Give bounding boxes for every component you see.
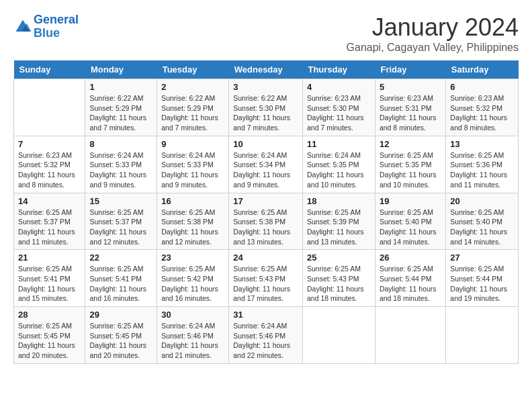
day-info: Sunrise: 6:24 AMSunset: 5:46 PMDaylight:… bbox=[161, 321, 224, 361]
day-info: Sunrise: 6:25 AMSunset: 5:35 PMDaylight:… bbox=[380, 150, 441, 190]
day-number: 5 bbox=[380, 82, 441, 92]
day-number: 24 bbox=[233, 253, 298, 263]
calendar-cell: 28Sunrise: 6:25 AMSunset: 5:45 PMDayligh… bbox=[14, 307, 85, 364]
day-info: Sunrise: 6:24 AMSunset: 5:34 PMDaylight:… bbox=[233, 150, 298, 190]
day-info: Sunrise: 6:25 AMSunset: 5:40 PMDaylight:… bbox=[380, 208, 441, 247]
title-block: January 2024 Ganapi, Cagayan Valley, Phi… bbox=[347, 13, 519, 54]
calendar-cell: 20Sunrise: 6:25 AMSunset: 5:40 PMDayligh… bbox=[446, 193, 519, 250]
week-row-5: 28Sunrise: 6:25 AMSunset: 5:45 PMDayligh… bbox=[14, 307, 519, 364]
calendar-cell: 15Sunrise: 6:25 AMSunset: 5:37 PMDayligh… bbox=[85, 193, 157, 250]
calendar-cell: 13Sunrise: 6:25 AMSunset: 5:36 PMDayligh… bbox=[446, 136, 519, 193]
calendar-cell: 2Sunrise: 6:22 AMSunset: 5:29 PMDaylight… bbox=[157, 79, 229, 136]
day-number: 17 bbox=[233, 196, 298, 206]
day-number: 13 bbox=[450, 139, 514, 149]
logo-text: General Blue bbox=[34, 13, 79, 40]
calendar-cell bbox=[446, 307, 519, 364]
day-info: Sunrise: 6:22 AMSunset: 5:29 PMDaylight:… bbox=[89, 93, 152, 133]
week-row-2: 7Sunrise: 6:23 AMSunset: 5:32 PMDaylight… bbox=[14, 136, 519, 193]
logo: General Blue bbox=[13, 13, 79, 40]
day-number: 3 bbox=[233, 82, 298, 92]
day-number: 21 bbox=[18, 253, 81, 263]
day-number: 18 bbox=[307, 196, 371, 206]
calendar-cell: 26Sunrise: 6:25 AMSunset: 5:44 PMDayligh… bbox=[375, 250, 445, 307]
day-info: Sunrise: 6:25 AMSunset: 5:44 PMDaylight:… bbox=[450, 264, 514, 304]
day-number: 29 bbox=[89, 310, 152, 320]
day-info: Sunrise: 6:25 AMSunset: 5:41 PMDaylight:… bbox=[89, 264, 152, 304]
day-number: 23 bbox=[161, 253, 224, 263]
calendar-cell: 7Sunrise: 6:23 AMSunset: 5:32 PMDaylight… bbox=[14, 136, 85, 193]
calendar-cell: 6Sunrise: 6:23 AMSunset: 5:32 PMDaylight… bbox=[446, 79, 519, 136]
day-info: Sunrise: 6:25 AMSunset: 5:37 PMDaylight:… bbox=[89, 208, 152, 247]
day-number: 19 bbox=[380, 196, 441, 206]
day-number: 28 bbox=[18, 310, 81, 320]
day-info: Sunrise: 6:25 AMSunset: 5:38 PMDaylight:… bbox=[233, 208, 298, 247]
day-info: Sunrise: 6:25 AMSunset: 5:39 PMDaylight:… bbox=[307, 208, 371, 247]
day-info: Sunrise: 6:25 AMSunset: 5:41 PMDaylight:… bbox=[18, 264, 81, 304]
day-info: Sunrise: 6:25 AMSunset: 5:37 PMDaylight:… bbox=[18, 208, 81, 247]
day-number: 1 bbox=[89, 82, 152, 92]
day-number: 7 bbox=[18, 139, 81, 149]
week-row-3: 14Sunrise: 6:25 AMSunset: 5:37 PMDayligh… bbox=[14, 193, 519, 250]
week-row-1: 1Sunrise: 6:22 AMSunset: 5:29 PMDaylight… bbox=[14, 79, 519, 136]
day-info: Sunrise: 6:25 AMSunset: 5:42 PMDaylight:… bbox=[161, 264, 224, 304]
location-subtitle: Ganapi, Cagayan Valley, Philippines bbox=[347, 42, 519, 54]
page-header: General Blue January 2024 Ganapi, Cagaya… bbox=[13, 13, 519, 54]
day-info: Sunrise: 6:23 AMSunset: 5:30 PMDaylight:… bbox=[307, 93, 371, 133]
day-info: Sunrise: 6:25 AMSunset: 5:45 PMDaylight:… bbox=[89, 321, 152, 361]
calendar-cell: 10Sunrise: 6:24 AMSunset: 5:34 PMDayligh… bbox=[229, 136, 303, 193]
day-number: 4 bbox=[307, 82, 371, 92]
day-info: Sunrise: 6:23 AMSunset: 5:32 PMDaylight:… bbox=[18, 150, 81, 190]
day-info: Sunrise: 6:25 AMSunset: 5:43 PMDaylight:… bbox=[233, 264, 298, 304]
calendar-cell bbox=[14, 79, 85, 136]
day-info: Sunrise: 6:23 AMSunset: 5:32 PMDaylight:… bbox=[450, 93, 514, 133]
calendar-cell: 21Sunrise: 6:25 AMSunset: 5:41 PMDayligh… bbox=[14, 250, 85, 307]
day-info: Sunrise: 6:25 AMSunset: 5:40 PMDaylight:… bbox=[450, 208, 514, 247]
calendar-cell: 27Sunrise: 6:25 AMSunset: 5:44 PMDayligh… bbox=[446, 250, 519, 307]
day-info: Sunrise: 6:25 AMSunset: 5:36 PMDaylight:… bbox=[450, 150, 514, 190]
calendar-cell: 14Sunrise: 6:25 AMSunset: 5:37 PMDayligh… bbox=[14, 193, 85, 250]
weekday-header-row: SundayMondayTuesdayWednesdayThursdayFrid… bbox=[14, 60, 519, 79]
calendar-cell: 23Sunrise: 6:25 AMSunset: 5:42 PMDayligh… bbox=[157, 250, 229, 307]
day-number: 25 bbox=[307, 253, 371, 263]
calendar-cell: 22Sunrise: 6:25 AMSunset: 5:41 PMDayligh… bbox=[85, 250, 157, 307]
day-number: 16 bbox=[161, 196, 224, 206]
day-info: Sunrise: 6:25 AMSunset: 5:45 PMDaylight:… bbox=[18, 321, 81, 361]
day-info: Sunrise: 6:25 AMSunset: 5:38 PMDaylight:… bbox=[161, 208, 224, 247]
day-number: 9 bbox=[161, 139, 224, 149]
weekday-header-saturday: Saturday bbox=[446, 60, 519, 79]
day-info: Sunrise: 6:24 AMSunset: 5:46 PMDaylight:… bbox=[233, 321, 298, 361]
day-info: Sunrise: 6:23 AMSunset: 5:31 PMDaylight:… bbox=[380, 93, 441, 133]
weekday-header-monday: Monday bbox=[85, 60, 157, 79]
day-number: 12 bbox=[380, 139, 441, 149]
calendar-cell bbox=[375, 307, 445, 364]
calendar-cell: 29Sunrise: 6:25 AMSunset: 5:45 PMDayligh… bbox=[85, 307, 157, 364]
day-info: Sunrise: 6:24 AMSunset: 5:33 PMDaylight:… bbox=[89, 150, 152, 190]
day-number: 27 bbox=[450, 253, 514, 263]
day-info: Sunrise: 6:22 AMSunset: 5:29 PMDaylight:… bbox=[161, 93, 224, 133]
calendar-cell: 16Sunrise: 6:25 AMSunset: 5:38 PMDayligh… bbox=[157, 193, 229, 250]
calendar-cell: 30Sunrise: 6:24 AMSunset: 5:46 PMDayligh… bbox=[157, 307, 229, 364]
calendar-cell: 5Sunrise: 6:23 AMSunset: 5:31 PMDaylight… bbox=[375, 79, 445, 136]
day-info: Sunrise: 6:25 AMSunset: 5:44 PMDaylight:… bbox=[380, 264, 441, 304]
day-number: 26 bbox=[380, 253, 441, 263]
day-info: Sunrise: 6:22 AMSunset: 5:30 PMDaylight:… bbox=[233, 93, 298, 133]
day-info: Sunrise: 6:25 AMSunset: 5:43 PMDaylight:… bbox=[307, 264, 371, 304]
calendar-cell: 4Sunrise: 6:23 AMSunset: 5:30 PMDaylight… bbox=[302, 79, 375, 136]
day-info: Sunrise: 6:24 AMSunset: 5:35 PMDaylight:… bbox=[307, 150, 371, 190]
logo-line1: General bbox=[34, 13, 79, 26]
calendar-cell: 12Sunrise: 6:25 AMSunset: 5:35 PMDayligh… bbox=[375, 136, 445, 193]
weekday-header-wednesday: Wednesday bbox=[229, 60, 303, 79]
calendar-cell: 3Sunrise: 6:22 AMSunset: 5:30 PMDaylight… bbox=[229, 79, 303, 136]
calendar-cell: 24Sunrise: 6:25 AMSunset: 5:43 PMDayligh… bbox=[229, 250, 303, 307]
day-number: 6 bbox=[450, 82, 514, 92]
day-number: 22 bbox=[89, 253, 152, 263]
calendar-table: SundayMondayTuesdayWednesdayThursdayFrid… bbox=[13, 60, 519, 364]
weekday-header-friday: Friday bbox=[375, 60, 445, 79]
calendar-cell bbox=[302, 307, 375, 364]
month-title: January 2024 bbox=[347, 13, 519, 42]
weekday-header-sunday: Sunday bbox=[14, 60, 85, 79]
day-number: 20 bbox=[450, 196, 514, 206]
day-number: 14 bbox=[18, 196, 81, 206]
calendar-cell: 31Sunrise: 6:24 AMSunset: 5:46 PMDayligh… bbox=[229, 307, 303, 364]
calendar-cell: 19Sunrise: 6:25 AMSunset: 5:40 PMDayligh… bbox=[375, 193, 445, 250]
